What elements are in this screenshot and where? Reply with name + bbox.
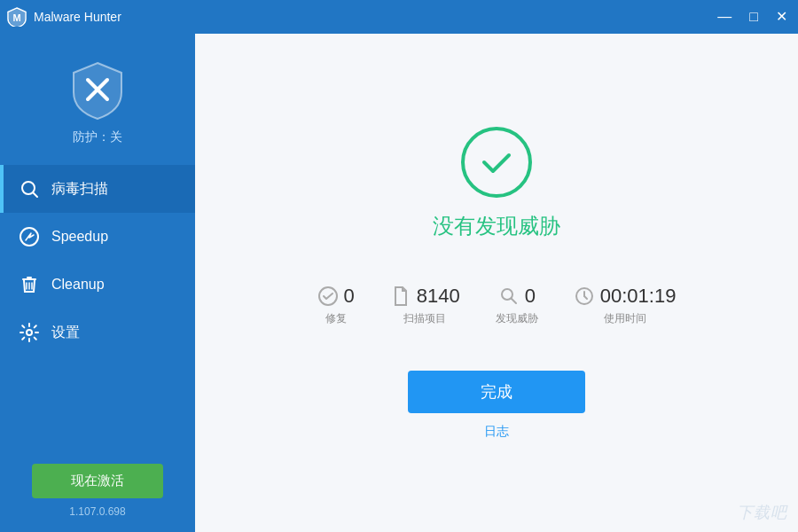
speedup-icon xyxy=(18,225,41,248)
app-logo-icon: M xyxy=(7,7,27,27)
svg-line-13 xyxy=(511,298,516,303)
svg-point-10 xyxy=(27,330,32,335)
search-threat-icon xyxy=(498,286,520,307)
close-button[interactable]: ✕ xyxy=(772,8,791,26)
sidebar-item-label: Speedup xyxy=(51,229,108,245)
nav-menu: 病毒扫描 Speedup xyxy=(0,165,195,356)
app-title: Malware Hunter xyxy=(34,10,121,24)
svg-line-4 xyxy=(33,192,37,197)
stat-scanned: 8140 扫描项目 xyxy=(390,285,460,326)
time-label: 使用时间 xyxy=(604,311,646,326)
sidebar-item-settings[interactable]: 设置 xyxy=(0,309,195,356)
stat-fixed: 0 修复 xyxy=(317,285,355,326)
no-threat-text: 没有发现威胁 xyxy=(433,212,560,240)
svg-line-16 xyxy=(584,296,587,299)
threats-label: 发现威胁 xyxy=(496,311,538,326)
sidebar: 防护：关 病毒扫描 Spe xyxy=(0,34,195,532)
fixed-check-icon xyxy=(317,286,339,307)
sidebar-item-label: 病毒扫描 xyxy=(51,180,108,199)
sidebar-item-speedup[interactable]: Speedup xyxy=(0,213,195,261)
app-container: 防护：关 病毒扫描 Spe xyxy=(0,34,798,532)
activate-button[interactable]: 现在激活 xyxy=(32,464,163,498)
minimize-button[interactable]: — xyxy=(714,8,735,26)
main-content: 没有发现威胁 0 修复 xyxy=(195,34,798,532)
sidebar-item-virus-scan[interactable]: 病毒扫描 xyxy=(0,165,195,213)
settings-icon xyxy=(18,321,41,344)
sidebar-item-label: Cleanup xyxy=(51,277,105,293)
stat-threats: 0 发现威胁 xyxy=(496,285,538,326)
maximize-button[interactable]: □ xyxy=(746,8,762,26)
shield-section: 防护：关 xyxy=(0,34,195,165)
checkmark-circle xyxy=(461,127,532,198)
svg-text:M: M xyxy=(12,12,20,23)
log-link[interactable]: 日志 xyxy=(484,424,509,440)
no-threat-section: 没有发现威胁 xyxy=(433,127,560,240)
protection-status: 防护：关 xyxy=(73,129,122,145)
window-controls: — □ ✕ xyxy=(714,8,791,26)
sidebar-item-label: 设置 xyxy=(51,324,80,342)
scanned-value: 8140 xyxy=(417,285,460,308)
title-bar: M Malware Hunter — □ ✕ xyxy=(0,0,798,34)
cleanup-icon xyxy=(18,273,41,296)
shield-icon xyxy=(66,59,129,121)
version-label: 1.107.0.698 xyxy=(69,505,125,518)
stats-row: 0 修复 8140 扫描项目 xyxy=(317,285,677,326)
watermark: 下载吧 xyxy=(737,502,787,523)
fixed-value: 0 xyxy=(344,285,355,308)
done-button[interactable]: 完成 xyxy=(408,371,585,413)
scanned-label: 扫描项目 xyxy=(403,311,446,326)
checkmark-icon xyxy=(477,143,516,182)
threats-value: 0 xyxy=(525,285,536,308)
svg-rect-5 xyxy=(22,278,36,280)
svg-rect-9 xyxy=(27,277,32,278)
virus-scan-icon xyxy=(18,177,41,200)
sidebar-bottom: 现在激活 1.107.0.698 xyxy=(0,450,195,532)
file-icon xyxy=(390,286,411,307)
stat-time: 00:01:19 使用时间 xyxy=(574,285,677,326)
fixed-label: 修复 xyxy=(325,311,347,326)
title-bar-left: M Malware Hunter xyxy=(7,7,121,27)
sidebar-item-cleanup[interactable]: Cleanup xyxy=(0,261,195,309)
clock-icon xyxy=(574,286,595,307)
time-value: 00:01:19 xyxy=(600,285,677,308)
